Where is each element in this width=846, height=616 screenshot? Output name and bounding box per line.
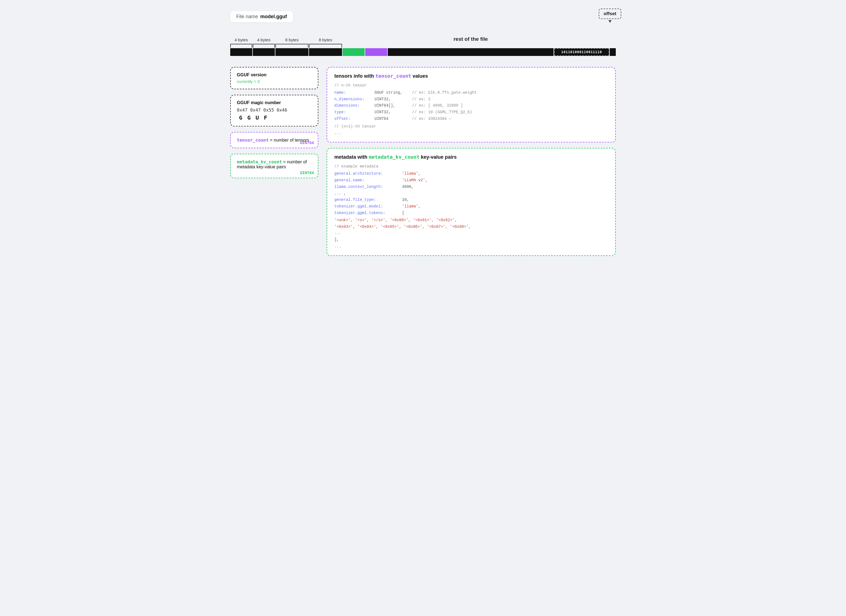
meta-key-3: ... , bbox=[334, 191, 346, 196]
meta-val-0: 'llama', bbox=[402, 171, 420, 177]
meta-val-4: 10, bbox=[402, 197, 409, 203]
page: File name model.gguf 4 bytes 4 bytes 8 b… bbox=[230, 11, 616, 256]
file-name: model.gguf bbox=[260, 14, 287, 19]
metadata-comment: // example metadata bbox=[334, 163, 608, 170]
magic-g2: G bbox=[247, 114, 251, 121]
metadata-title-end: key-value pairs bbox=[419, 154, 457, 160]
field-comment-dims: // ex: [ 4096, 32000 ] bbox=[412, 103, 463, 109]
field-comment-offset: // ex: 43024384 ← bbox=[412, 116, 451, 122]
tensors-info-box: tensors info with tensor_count values //… bbox=[327, 67, 616, 143]
tensors-field-name: name: GGUF string, // ex: blk.0.ffn_gate… bbox=[334, 90, 608, 96]
field-type-ndim: UINT32, bbox=[375, 96, 410, 103]
meta-val-5: 'llama', bbox=[402, 203, 420, 210]
seg-rest bbox=[388, 48, 554, 56]
field-comment-type: // ex: 10 (GGML_TYPE_Q2_K) bbox=[412, 109, 472, 116]
meta-tokens-2: '<0x03>', '<0x04>', '<0x05>', '<0x06>', … bbox=[334, 224, 608, 230]
metadata-count-box: metadata_kv_count = number of metadata k… bbox=[230, 154, 318, 178]
bracket-3 bbox=[275, 44, 308, 48]
magic-f: F bbox=[264, 114, 267, 121]
binary-bar-section: 4 bytes 4 bytes 8 bytes 8 bytes rest of … bbox=[230, 36, 616, 56]
metadata-code: // example metadata general.architecture… bbox=[334, 163, 608, 250]
field-type-offset: UINT64 bbox=[375, 116, 410, 122]
tensor-count-badge: UINT64 bbox=[300, 141, 314, 145]
metadata-info-box: metadata with metadata_kv_count key-valu… bbox=[327, 148, 616, 256]
byte-label-4: 8 bytes bbox=[309, 37, 342, 42]
version-value: currently = 3 bbox=[237, 79, 312, 84]
meta-close: ], bbox=[334, 237, 608, 243]
left-column: GGUF version currently = 3 GGUF magic nu… bbox=[230, 67, 318, 178]
tensors-field-type: type: UINT32, // ex: 10 (GGML_TYPE_Q2_K) bbox=[334, 109, 608, 116]
field-type-dims: UINT64[], bbox=[375, 103, 410, 109]
seg-binary: 101101000110011110 bbox=[554, 48, 609, 56]
tensors-title-prefix: tensors info with bbox=[334, 73, 375, 79]
tensors-title-end: values bbox=[411, 73, 428, 79]
field-comment-name: // ex: blk.0.ffn_gate.weight bbox=[412, 90, 477, 96]
meta-key-4: general.file_type: bbox=[334, 197, 400, 203]
field-key-dims: dimensions: bbox=[334, 103, 373, 109]
offset-badge: offset bbox=[599, 9, 621, 23]
field-type-type: UINT32, bbox=[375, 109, 410, 116]
metadata-count-name: metadata_kv_count bbox=[237, 159, 282, 165]
metadata-title-prefix: metadata with bbox=[334, 154, 369, 160]
field-type-name: GGUF string, bbox=[375, 90, 410, 96]
seg-green bbox=[342, 48, 364, 56]
gguf-version-box: GGUF version currently = 3 bbox=[230, 67, 318, 89]
magic-g1: G bbox=[239, 114, 242, 121]
bracket-4 bbox=[309, 44, 342, 48]
meta-line-1: general.name: 'LLaMA v2', bbox=[334, 177, 608, 184]
meta-key-0: general.architecture: bbox=[334, 171, 400, 177]
tensor-count-box: tensor_count = number of tensors UINT64 bbox=[230, 132, 318, 148]
meta-line-6: tokenizer.ggml.tokens: [ bbox=[334, 210, 608, 216]
meta-line-5: tokenizer.ggml.model: 'llama', bbox=[334, 203, 608, 210]
field-comment-ndim: // ex: 2 bbox=[412, 96, 430, 103]
meta-val-2: 4096, bbox=[402, 184, 414, 190]
file-label: File name bbox=[236, 14, 258, 19]
right-column: tensors info with tensor_count values //… bbox=[327, 67, 616, 256]
meta-line-0: general.architecture: 'llama', bbox=[334, 171, 608, 177]
meta-val-1: 'LLaMA v2', bbox=[402, 177, 427, 184]
seg-metadata-count bbox=[309, 48, 342, 56]
byte-label-3: 8 bytes bbox=[275, 37, 308, 42]
byte-label-1: 4 bytes bbox=[230, 37, 252, 42]
meta-key-6: tokenizer.ggml.tokens: bbox=[334, 210, 400, 216]
metadata-title: metadata with metadata_kv_count key-valu… bbox=[334, 154, 608, 160]
field-key-ndim: n_dimensions: bbox=[334, 96, 373, 103]
bracket-2 bbox=[253, 44, 275, 48]
metadata-title-mono: metadata_kv_count bbox=[369, 154, 419, 160]
metadata-count-badge: UINT64 bbox=[300, 171, 314, 175]
magic-title: GGUF magic number bbox=[237, 100, 312, 105]
byte-label-2: 4 bytes bbox=[253, 37, 275, 42]
tensors-comment2: // (n+1)-th tensor bbox=[334, 123, 608, 130]
tensors-field-offset: offset: UINT64 // ex: 43024384 ← bbox=[334, 116, 608, 122]
seg-purple bbox=[365, 48, 387, 56]
meta-key-2: llama.context_length: bbox=[334, 184, 400, 190]
bracket-1 bbox=[230, 44, 252, 48]
seg-tensor-count bbox=[275, 48, 308, 56]
tensors-comment1: // n-th tensor bbox=[334, 82, 608, 89]
gguf-magic-box: GGUF magic number 0x47 0x47 0x55 0x46 G … bbox=[230, 95, 318, 126]
meta-tokens-1: '<unk>', '<s>', '</s>', '<0x00>', '<0x01… bbox=[334, 217, 608, 224]
rest-label: rest of the file bbox=[388, 36, 554, 42]
meta-val-6: [ bbox=[402, 210, 404, 216]
tensors-field-ndim: n_dimensions: UINT32, // ex: 2 bbox=[334, 96, 608, 103]
field-key-type: type: bbox=[334, 109, 373, 116]
tensor-count-name: tensor_count bbox=[237, 137, 269, 143]
magic-u: U bbox=[256, 114, 259, 121]
tensors-code: // n-th tensor name: GGUF string, // ex:… bbox=[334, 82, 608, 136]
meta-line-3: ... , bbox=[334, 190, 608, 197]
magic-hex: 0x47 0x47 0x55 0x46 bbox=[237, 107, 312, 113]
seg-end bbox=[610, 48, 616, 56]
tensors-field-dims: dimensions: UINT64[], // ex: [ 4096, 320… bbox=[334, 103, 608, 109]
version-title: GGUF version bbox=[237, 72, 312, 77]
field-key-name: name: bbox=[334, 90, 373, 96]
binary-bar: 101101000110011110 bbox=[230, 48, 616, 56]
seg-version bbox=[253, 48, 275, 56]
tensors-title: tensors info with tensor_count values bbox=[334, 73, 608, 79]
meta-tokens-3: ... bbox=[334, 230, 608, 237]
meta-line-2: llama.context_length: 4096, bbox=[334, 184, 608, 190]
offset-label: offset bbox=[599, 9, 621, 19]
meta-key-5: tokenizer.ggml.model: bbox=[334, 203, 400, 210]
tensors-title-mono: tensor_count bbox=[375, 73, 411, 79]
file-badge: File name model.gguf bbox=[230, 11, 293, 22]
tensors-ellipsis: ... bbox=[334, 130, 608, 137]
